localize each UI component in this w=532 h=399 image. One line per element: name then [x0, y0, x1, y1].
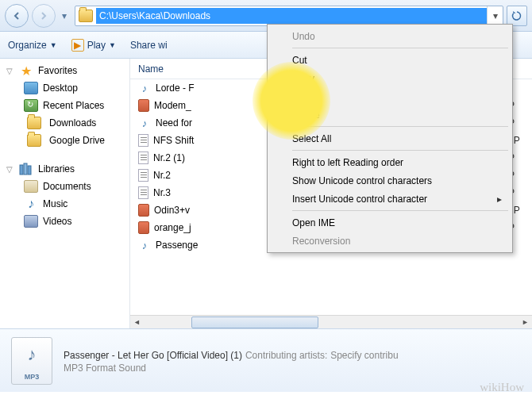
refresh-button[interactable] — [507, 6, 527, 26]
file-name: Lorde - F — [156, 82, 195, 94]
libraries-icon — [19, 163, 33, 175]
horiz-scrollbar[interactable]: ◄ ► — [130, 315, 532, 328]
file-name: orange_j — [154, 222, 191, 233]
star-icon: ★ — [19, 64, 33, 77]
ctx-delete[interactable]: Delete — [270, 106, 510, 124]
ctx-undo: Undo — [270, 27, 510, 45]
nav-desktop[interactable]: Desktop — [0, 79, 129, 97]
archive-icon — [138, 221, 149, 234]
address-bar[interactable]: C:\Users\Kaca\Downloads ▾ — [75, 6, 503, 26]
music-icon: ♪ — [24, 198, 38, 210]
details-title: Passenger - Let Her Go [Official Video] … — [64, 350, 242, 361]
nav-label: Videos — [43, 216, 71, 227]
separator — [292, 126, 508, 127]
text-icon — [138, 152, 148, 164]
ctx-paste[interactable]: Paste — [270, 87, 510, 106]
text-icon — [138, 169, 148, 182]
ctx-cut[interactable]: Cut — [270, 51, 510, 69]
scroll-left-button[interactable]: ◄ — [130, 316, 144, 329]
nav-label: Recent Places — [43, 100, 104, 111]
documents-icon — [24, 180, 38, 193]
nav-google-drive[interactable]: Google Drive — [0, 132, 129, 149]
play-label: Play — [87, 40, 106, 51]
ctx-insert-unicode[interactable]: Insert Unicode control character — [270, 190, 510, 208]
chevron-down-icon: ▽ — [6, 67, 14, 75]
archive-icon — [138, 99, 149, 112]
nav-label: Desktop — [43, 82, 78, 94]
nav-music[interactable]: ♪Music — [0, 195, 129, 213]
play-button[interactable]: ▶Play▼ — [71, 39, 116, 52]
file-name: Passenge — [156, 240, 198, 251]
nav-recent-places[interactable]: Recent Places — [0, 97, 129, 114]
share-button[interactable]: Share wi — [130, 40, 168, 51]
context-menu: Undo Cut Copy Paste Delete Select All Ri… — [267, 24, 513, 253]
separator — [292, 48, 508, 48]
favorites-header[interactable]: ▽★Favorites — [0, 62, 129, 79]
note-icon: ♪ — [28, 344, 37, 365]
separator — [292, 150, 508, 151]
scroll-right-button[interactable]: ► — [519, 316, 532, 329]
file-name: Nr.3 — [153, 187, 171, 198]
nav-documents[interactable]: Documents — [0, 178, 129, 195]
nav-label: Documents — [43, 181, 91, 192]
folder-icon — [27, 117, 41, 129]
archive-icon — [138, 204, 149, 217]
text-icon — [138, 186, 148, 199]
organize-button[interactable]: Organize▼ — [8, 40, 57, 51]
file-ext-label: MP3 — [25, 373, 40, 381]
folder-icon — [27, 134, 41, 147]
file-type-icon: ♪MP3 — [11, 337, 52, 385]
ctx-copy[interactable]: Copy — [270, 69, 510, 87]
svg-rect-0 — [20, 165, 23, 175]
address-path[interactable]: C:\Users\Kaca\Downloads — [96, 8, 487, 24]
mp3-icon: ♪ — [138, 82, 151, 94]
file-name: Odin3+v — [154, 205, 190, 216]
details-meta-label: Contributing artists: — [245, 350, 327, 361]
nav-label: Music — [43, 198, 67, 209]
libraries-label: Libraries — [38, 163, 75, 175]
text-icon — [138, 134, 148, 147]
organize-label: Organize — [8, 40, 47, 51]
separator — [292, 210, 508, 211]
libraries-header[interactable]: ▽Libraries — [0, 160, 129, 178]
file-name: Nr.2 (1) — [153, 152, 185, 163]
svg-rect-2 — [28, 166, 31, 175]
ctx-select-all[interactable]: Select All — [270, 129, 510, 148]
mp3-icon: ♪ — [138, 117, 151, 129]
watermark: wikiHow — [480, 381, 524, 394]
nav-label: Downloads — [49, 117, 96, 129]
nav-forward-button[interactable] — [32, 4, 56, 28]
nav-label: Google Drive — [49, 135, 105, 146]
nav-downloads[interactable]: Downloads — [0, 114, 129, 132]
details-meta-value[interactable]: Specify contribu — [330, 350, 398, 361]
recent-icon — [24, 99, 38, 112]
folder-icon — [79, 10, 93, 22]
address-dropdown[interactable]: ▾ — [487, 6, 503, 25]
details-pane: ♪MP3 Passenger - Let Her Go [Official Vi… — [0, 328, 532, 392]
scroll-thumb[interactable] — [191, 317, 318, 328]
file-name: Need for — [156, 117, 192, 129]
nav-back-button[interactable] — [5, 4, 29, 28]
nav-pane: ▽★Favorites Desktop Recent Places Downlo… — [0, 59, 130, 328]
nav-videos[interactable]: Videos — [0, 213, 129, 230]
desktop-icon — [24, 82, 38, 94]
mp3-icon: ♪ — [138, 239, 151, 251]
favorites-label: Favorites — [38, 65, 77, 76]
ctx-open-ime[interactable]: Open IME — [270, 213, 510, 232]
nav-history-dropdown[interactable]: ▾ — [59, 4, 70, 28]
play-icon: ▶ — [71, 39, 84, 52]
videos-icon — [24, 215, 38, 228]
share-label: Share wi — [130, 40, 168, 51]
ctx-rtl[interactable]: Right to left Reading order — [270, 153, 510, 171]
details-subtitle: MP3 Format Sound — [64, 363, 521, 374]
chevron-down-icon: ▽ — [6, 165, 14, 174]
ctx-reconversion: Reconversion — [270, 232, 510, 250]
file-name: Nr.2 — [153, 170, 171, 181]
ctx-show-unicode[interactable]: Show Unicode control characters — [270, 171, 510, 190]
svg-rect-1 — [24, 163, 27, 175]
file-name: NFS Shift — [153, 135, 194, 146]
file-name: Modem_ — [154, 100, 191, 111]
